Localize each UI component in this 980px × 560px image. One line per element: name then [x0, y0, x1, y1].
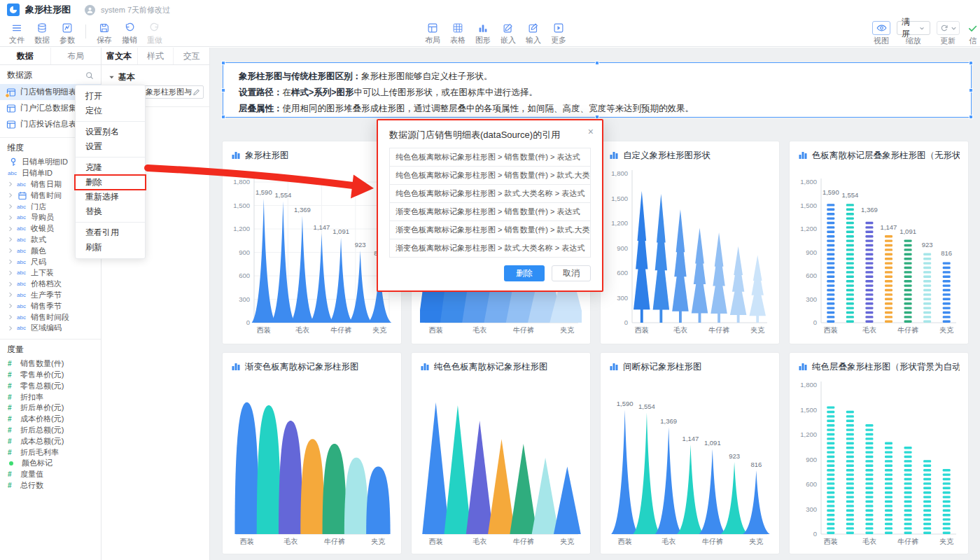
chevron-right-icon[interactable]	[8, 326, 14, 331]
chevron-right-icon[interactable]	[8, 292, 14, 298]
modal-delete-button[interactable]: 删除	[504, 265, 545, 281]
menu-item-设置别名[interactable]: 设置别名	[76, 125, 145, 139]
widget-name-input[interactable]: 象形柱形图与...	[142, 85, 204, 99]
chevron-right-icon[interactable]	[8, 204, 14, 209]
undo-button[interactable]: 撤销	[117, 21, 142, 46]
save-button[interactable]: 保存	[92, 21, 117, 46]
menu-item-查看引用[interactable]: 查看引用	[76, 225, 145, 240]
table-button[interactable]: 表格	[445, 21, 470, 46]
chart-card[interactable]: 纯色色板离散标记象形柱形图西装毛衣牛仔裤夹克	[412, 353, 590, 554]
tab-样式[interactable]: 样式	[138, 48, 174, 64]
chevron-right-icon[interactable]	[8, 226, 14, 232]
dimension-item[interactable]: abc价格档次	[0, 279, 101, 290]
measure-item[interactable]: #折后毛利率	[0, 447, 101, 458]
search-icon[interactable]	[85, 71, 94, 80]
dimension-item[interactable]: abc区域编码	[0, 323, 101, 334]
update-control[interactable]: 更新	[937, 21, 960, 46]
redo-button[interactable]: 重做	[142, 21, 167, 46]
chart-card[interactable]: 纯色层叠象形柱形图（形状背景为自动）1,8001,5001,2009006003…	[790, 353, 968, 554]
zoom-dropdown[interactable]: 满屏	[897, 21, 930, 35]
menu-divider	[76, 222, 145, 223]
dimension-item[interactable]: abc销售季节	[0, 300, 101, 312]
more-button[interactable]: 更多	[546, 21, 571, 46]
dimension-item[interactable]: abc生产季节	[0, 290, 101, 301]
file-button[interactable]: 文件	[4, 21, 29, 46]
measure-item[interactable]: #折扣率	[0, 391, 101, 402]
reference-row[interactable]: 渐变色板离散标记象形柱形图 > 款式.大类名称 > 表达式	[389, 239, 591, 258]
menu-item-删除[interactable]: 删除	[76, 175, 145, 190]
selection-handle[interactable]	[221, 88, 225, 92]
menu-item-打开[interactable]: 打开	[76, 89, 145, 104]
chevron-right-icon	[8, 248, 13, 253]
embed-button[interactable]: 嵌入	[496, 21, 521, 46]
dimension-item-label: 款式	[31, 234, 46, 245]
chevron-right-icon[interactable]	[8, 248, 14, 253]
selection-handle[interactable]	[221, 115, 225, 119]
chart-card[interactable]: 象形柱形图1,8001,5001,20090060030001,5901,554…	[223, 141, 401, 344]
data-button[interactable]: 数据	[29, 21, 55, 46]
chevron-right-icon[interactable]	[8, 281, 14, 287]
view-button[interactable]: 视图	[872, 21, 890, 46]
menu-item-设置[interactable]: 设置	[76, 139, 145, 154]
measure-item[interactable]: 颜色标记	[0, 458, 101, 469]
selection-handle[interactable]	[221, 61, 225, 65]
dimension-item[interactable]: abc上下装	[0, 267, 101, 279]
reference-row[interactable]: 渐变色板离散标记象形柱形图 > 销售数量(件) > 表达式	[389, 202, 591, 221]
measure-item[interactable]: #零售总额(元)	[0, 380, 101, 391]
menu-item-重新选择[interactable]: 重新选择	[76, 190, 145, 204]
basic-section-row[interactable]: 基本	[102, 65, 209, 83]
selection-handle[interactable]	[969, 115, 973, 119]
tab-数据[interactable]: 数据	[0, 48, 51, 64]
chevron-right-icon[interactable]	[8, 181, 14, 187]
menu-item-克隆[interactable]: 克隆	[76, 160, 145, 175]
measure-item[interactable]: #总行数	[0, 480, 101, 491]
chart-card[interactable]: 自定义象形柱形图形状1,8001,5001,2009006003000西装毛衣牛…	[601, 141, 779, 344]
eye-icon	[872, 21, 890, 35]
measure-item[interactable]: #销售数量(件)	[0, 358, 101, 370]
tab-交互[interactable]: 交互	[174, 48, 209, 64]
selection-handle[interactable]	[595, 61, 599, 65]
menu-item-定位[interactable]: 定位	[76, 104, 145, 118]
edit-pencil-icon[interactable]	[192, 88, 200, 96]
chart-card[interactable]: 渐变色板离散标记象形柱形图西装毛衣牛仔裤夹克	[223, 353, 401, 554]
menu-item-刷新[interactable]: 刷新	[76, 240, 145, 255]
measure-item[interactable]: #成本价格(元)	[0, 414, 101, 425]
chevron-right-icon[interactable]	[8, 259, 14, 265]
update-dropdown[interactable]	[937, 21, 960, 35]
layout-button[interactable]: 布局	[420, 21, 445, 46]
mini-bar-chart-icon	[798, 150, 808, 162]
rich-text-block[interactable]: 象形柱形图与传统柱形图区别：象形柱形图能够自定义柱子形状。设置路径：在样式>系列…	[223, 62, 972, 118]
chart-card[interactable]: 色板离散标记层叠象形柱形图（无形状背1,8001,5001,2009006003…	[790, 141, 968, 344]
modal-cancel-button[interactable]: 取消	[552, 265, 591, 281]
measure-item[interactable]: #成本总额(元)	[0, 435, 101, 447]
measure-item[interactable]: #折后总额(元)	[0, 425, 101, 436]
reference-row[interactable]: 纯色色板离散标记象形柱形图 > 款式.大类名称 > 表达式	[389, 184, 591, 203]
tab-布局[interactable]: 布局	[51, 48, 102, 64]
chart-card[interactable]: 间断标记象形柱形图1,5901,5541,3691,1471,091923816…	[601, 353, 779, 554]
chevron-right-icon[interactable]	[8, 270, 14, 276]
svg-text:816: 816	[750, 461, 762, 468]
selection-handle[interactable]	[969, 88, 973, 92]
svg-text:牛仔裤: 牛仔裤	[330, 326, 351, 334]
measure-item[interactable]: #度量值	[0, 469, 101, 480]
chevron-right-icon[interactable]	[8, 237, 14, 242]
reference-row[interactable]: 纯色色板离散标记象形柱形图 > 销售数量(件) > 款式.大类名称 > 表达式	[389, 166, 591, 185]
tab-富文本[interactable]: 富文本	[102, 48, 138, 64]
svg-text:夹克: 夹克	[749, 538, 763, 545]
chevron-right-icon[interactable]	[8, 303, 14, 309]
close-icon[interactable]: ×	[588, 127, 594, 136]
reference-row[interactable]: 纯色色板离散标记象形柱形图 > 销售数量(件) > 表达式	[389, 148, 591, 167]
input-button[interactable]: 输入	[521, 21, 546, 46]
zoom-control[interactable]: 满屏 缩放	[897, 21, 930, 46]
measure-item[interactable]: #零售单价(元)	[0, 370, 101, 381]
reference-row[interactable]: 渐变色板离散标记象形柱形图 > 销售数量(件) > 款式.大类名称 > 表达式	[389, 220, 591, 239]
measure-item[interactable]: #折后单价(元)	[0, 402, 101, 414]
chart-button[interactable]: 图形	[470, 21, 496, 46]
dimension-item[interactable]: abc销售时间段	[0, 312, 101, 323]
menu-item-替换[interactable]: 替换	[76, 204, 145, 219]
selection-handle[interactable]	[969, 61, 973, 65]
chevron-right-icon[interactable]	[8, 215, 14, 220]
parameter-button[interactable]: 参数	[55, 21, 80, 46]
chevron-right-icon[interactable]	[8, 192, 14, 198]
chevron-right-icon[interactable]	[8, 314, 14, 320]
